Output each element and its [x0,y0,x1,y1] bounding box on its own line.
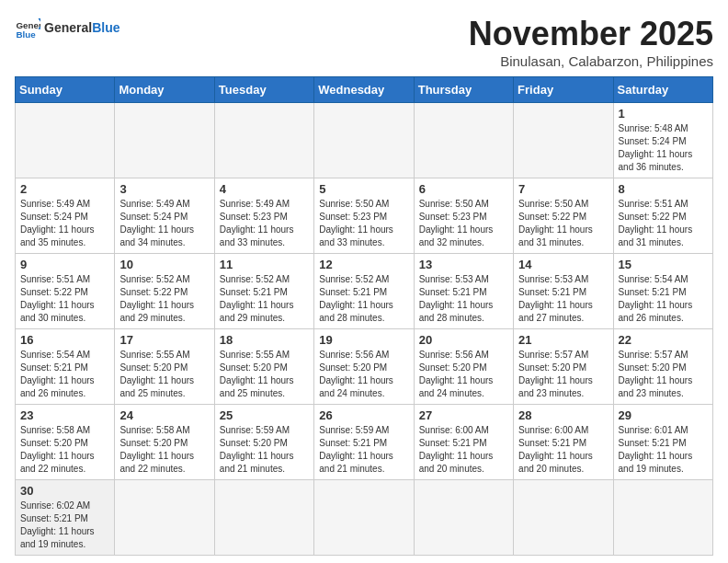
calendar-day-cell: 27Sunrise: 6:00 AM Sunset: 5:21 PM Dayli… [414,405,513,480]
calendar-day-cell: 30Sunrise: 6:02 AM Sunset: 5:21 PM Dayli… [16,480,115,556]
day-number: 18 [220,333,309,347]
calendar-day-cell: 26Sunrise: 5:59 AM Sunset: 5:21 PM Dayli… [314,405,414,480]
day-info: Sunrise: 5:58 AM Sunset: 5:20 PM Dayligh… [20,424,109,476]
day-number: 9 [20,258,109,271]
day-info: Sunrise: 5:52 AM Sunset: 5:21 PM Dayligh… [319,273,408,325]
title-section: November 2025 Binulasan, Calabarzon, Phi… [469,15,713,69]
calendar-day-cell: 15Sunrise: 5:54 AM Sunset: 5:21 PM Dayli… [613,254,712,329]
calendar-header-row: SundayMondayTuesdayWednesdayThursdayFrid… [16,77,713,103]
weekday-header: Saturday [613,77,712,103]
calendar-day-cell: 8Sunrise: 5:51 AM Sunset: 5:22 PM Daylig… [613,178,712,254]
day-info: Sunrise: 5:57 AM Sunset: 5:20 PM Dayligh… [518,349,608,400]
calendar-day-cell: 12Sunrise: 5:52 AM Sunset: 5:21 PM Dayli… [314,254,414,329]
day-info: Sunrise: 5:57 AM Sunset: 5:20 PM Dayligh… [619,349,708,400]
weekday-header: Wednesday [314,77,414,103]
day-number: 22 [619,333,708,347]
day-info: Sunrise: 5:59 AM Sunset: 5:20 PM Dayligh… [220,424,309,476]
day-info: Sunrise: 5:56 AM Sunset: 5:20 PM Dayligh… [419,349,508,400]
logo: General Blue GeneralBlue [15,15,119,40]
day-number: 11 [220,258,309,271]
day-info: Sunrise: 5:49 AM Sunset: 5:24 PM Dayligh… [20,198,109,249]
calendar-day-cell [16,103,115,178]
calendar-day-cell [314,103,414,178]
calendar-week-row: 2Sunrise: 5:49 AM Sunset: 5:24 PM Daylig… [16,178,713,254]
calendar-day-cell: 5Sunrise: 5:50 AM Sunset: 5:23 PM Daylig… [314,178,414,254]
calendar-day-cell: 17Sunrise: 5:55 AM Sunset: 5:20 PM Dayli… [115,329,214,405]
calendar-day-cell: 4Sunrise: 5:49 AM Sunset: 5:23 PM Daylig… [214,178,313,254]
day-number: 29 [619,408,708,422]
calendar-day-cell [214,480,313,556]
logo-text: GeneralBlue [44,20,119,35]
calendar-day-cell: 11Sunrise: 5:52 AM Sunset: 5:21 PM Dayli… [214,254,313,329]
calendar-day-cell: 10Sunrise: 5:52 AM Sunset: 5:22 PM Dayli… [115,254,214,329]
calendar-day-cell: 29Sunrise: 6:01 AM Sunset: 5:21 PM Dayli… [613,405,712,480]
calendar-day-cell: 7Sunrise: 5:50 AM Sunset: 5:22 PM Daylig… [514,178,613,254]
day-info: Sunrise: 5:54 AM Sunset: 5:21 PM Dayligh… [20,349,109,400]
calendar-day-cell: 9Sunrise: 5:51 AM Sunset: 5:22 PM Daylig… [16,254,115,329]
day-number: 16 [20,333,109,347]
day-info: Sunrise: 5:55 AM Sunset: 5:20 PM Dayligh… [220,349,309,400]
day-number: 13 [419,258,508,271]
day-info: Sunrise: 5:52 AM Sunset: 5:22 PM Dayligh… [119,273,209,325]
day-info: Sunrise: 6:01 AM Sunset: 5:21 PM Dayligh… [619,424,708,476]
calendar-day-cell [414,103,513,178]
day-info: Sunrise: 5:58 AM Sunset: 5:20 PM Dayligh… [119,424,209,476]
day-number: 21 [518,333,608,347]
calendar-day-cell: 24Sunrise: 5:58 AM Sunset: 5:20 PM Dayli… [115,405,214,480]
day-info: Sunrise: 5:53 AM Sunset: 5:21 PM Dayligh… [419,273,508,325]
day-info: Sunrise: 5:51 AM Sunset: 5:22 PM Dayligh… [20,273,109,325]
header: General Blue GeneralBlue November 2025 B… [15,15,713,69]
day-info: Sunrise: 6:00 AM Sunset: 5:21 PM Dayligh… [518,424,608,476]
calendar-day-cell: 22Sunrise: 5:57 AM Sunset: 5:20 PM Dayli… [613,329,712,405]
calendar-day-cell: 25Sunrise: 5:59 AM Sunset: 5:20 PM Dayli… [214,405,313,480]
calendar-day-cell [514,103,613,178]
calendar-day-cell [214,103,313,178]
day-number: 14 [518,258,608,271]
day-number: 20 [419,333,508,347]
day-number: 5 [319,182,408,196]
day-number: 26 [319,408,408,422]
day-info: Sunrise: 5:48 AM Sunset: 5:24 PM Dayligh… [619,122,708,174]
day-info: Sunrise: 5:52 AM Sunset: 5:21 PM Dayligh… [220,273,309,325]
day-number: 23 [20,408,109,422]
day-info: Sunrise: 6:00 AM Sunset: 5:21 PM Dayligh… [419,424,508,476]
calendar-day-cell: 14Sunrise: 5:53 AM Sunset: 5:21 PM Dayli… [514,254,613,329]
calendar-week-row: 1Sunrise: 5:48 AM Sunset: 5:24 PM Daylig… [16,103,713,178]
day-info: Sunrise: 5:59 AM Sunset: 5:21 PM Dayligh… [319,424,408,476]
calendar-week-row: 23Sunrise: 5:58 AM Sunset: 5:20 PM Dayli… [16,405,713,480]
day-number: 25 [220,408,309,422]
weekday-header: Thursday [414,77,513,103]
day-info: Sunrise: 5:55 AM Sunset: 5:20 PM Dayligh… [119,349,209,400]
day-info: Sunrise: 5:50 AM Sunset: 5:23 PM Dayligh… [419,198,508,249]
calendar-day-cell [115,103,214,178]
day-number: 7 [518,182,608,196]
day-number: 4 [220,182,309,196]
day-number: 30 [20,484,109,498]
day-info: Sunrise: 5:50 AM Sunset: 5:22 PM Dayligh… [518,198,608,249]
day-number: 15 [619,258,708,271]
calendar-week-row: 9Sunrise: 5:51 AM Sunset: 5:22 PM Daylig… [16,254,713,329]
day-info: Sunrise: 5:56 AM Sunset: 5:20 PM Dayligh… [319,349,408,400]
weekday-header: Friday [514,77,613,103]
calendar-day-cell: 1Sunrise: 5:48 AM Sunset: 5:24 PM Daylig… [613,103,712,178]
day-info: Sunrise: 5:49 AM Sunset: 5:24 PM Dayligh… [119,198,209,249]
calendar-day-cell: 2Sunrise: 5:49 AM Sunset: 5:24 PM Daylig… [16,178,115,254]
calendar-day-cell: 28Sunrise: 6:00 AM Sunset: 5:21 PM Dayli… [514,405,613,480]
generalblue-logo-icon: General Blue [15,15,40,40]
calendar-day-cell: 18Sunrise: 5:55 AM Sunset: 5:20 PM Dayli… [214,329,313,405]
day-info: Sunrise: 6:02 AM Sunset: 5:21 PM Dayligh… [20,500,109,551]
weekday-header: Monday [115,77,214,103]
weekday-header: Sunday [16,77,115,103]
day-info: Sunrise: 5:49 AM Sunset: 5:23 PM Dayligh… [220,198,309,249]
calendar-day-cell: 6Sunrise: 5:50 AM Sunset: 5:23 PM Daylig… [414,178,513,254]
month-title: November 2025 [469,15,713,53]
location: Binulasan, Calabarzon, Philippines [469,53,713,69]
calendar-day-cell [613,480,712,556]
calendar-day-cell: 23Sunrise: 5:58 AM Sunset: 5:20 PM Dayli… [16,405,115,480]
day-number: 24 [119,408,209,422]
svg-text:Blue: Blue [16,29,36,40]
calendar-day-cell: 20Sunrise: 5:56 AM Sunset: 5:20 PM Dayli… [414,329,513,405]
calendar-day-cell: 19Sunrise: 5:56 AM Sunset: 5:20 PM Dayli… [314,329,414,405]
day-number: 12 [319,258,408,271]
calendar-day-cell: 13Sunrise: 5:53 AM Sunset: 5:21 PM Dayli… [414,254,513,329]
